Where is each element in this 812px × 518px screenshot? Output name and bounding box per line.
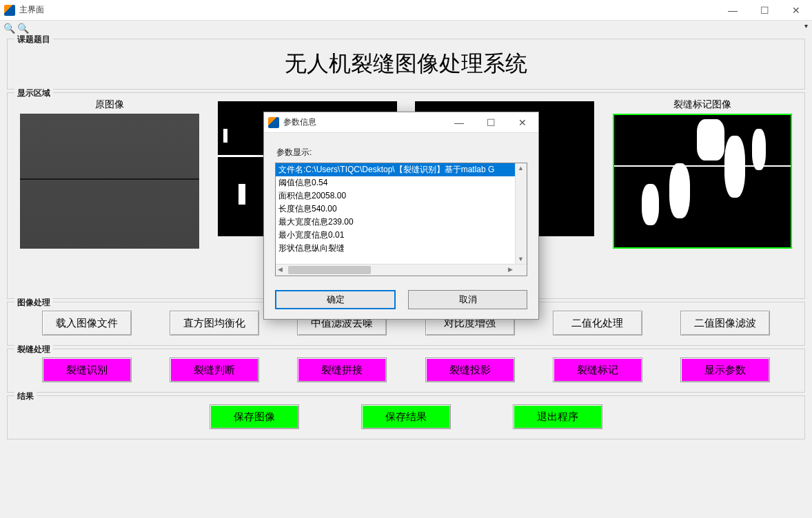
- btn-save-result[interactable]: 保存结果: [361, 404, 451, 429]
- group-crack-proc: 裂缝处理 裂缝识别 裂缝判断 裂缝拼接 裂缝投影 裂缝标记 显示参数: [7, 349, 805, 393]
- list-item[interactable]: 长度信息540.00: [276, 203, 515, 216]
- dialog-titlebar[interactable]: 参数信息 — ☐ ✕: [264, 112, 538, 133]
- label-original: 原图像: [14, 99, 205, 111]
- list-item[interactable]: 面积信息20058.00: [276, 189, 515, 203]
- scrollbar-vertical[interactable]: [515, 163, 527, 264]
- matlab-icon: [268, 117, 279, 128]
- ok-button[interactable]: 确定: [275, 290, 396, 309]
- crack-line: [20, 178, 199, 180]
- display-col-marked: 裂缝标记图像: [607, 99, 798, 249]
- scrollbar-horizontal[interactable]: [276, 264, 527, 276]
- dialog-maximize-button[interactable]: ☐: [475, 112, 507, 133]
- app-title: 无人机裂缝图像处理系统: [14, 45, 798, 82]
- btn-bin-filter[interactable]: 二值图像滤波: [680, 311, 770, 335]
- list-item[interactable]: 阈值信息0.54: [276, 176, 515, 189]
- group-img-proc-title: 图像处理: [14, 297, 53, 309]
- btn-exit[interactable]: 退出程序: [513, 404, 602, 429]
- listbox-rows: 文件名:C:\Users\TIQC\Desktop\【裂缝识别】基于matlab…: [276, 163, 515, 264]
- scrollbar-thumb[interactable]: [288, 266, 371, 274]
- close-button[interactable]: ✕: [780, 0, 812, 21]
- dialog-label: 参数显示:: [276, 147, 527, 158]
- window-title: 主界面: [19, 4, 44, 16]
- zoom-in-icon[interactable]: 🔍: [3, 22, 15, 34]
- dialog-params: 参数信息 — ☐ ✕ 参数显示: 文件名:C:\Users\TIQC\Deskt…: [263, 112, 539, 320]
- dialog-close-button[interactable]: ✕: [507, 112, 538, 133]
- zoom-out-icon[interactable]: 🔍: [17, 22, 29, 34]
- crack-blob: [697, 119, 724, 160]
- list-item[interactable]: 最大宽度信息239.00: [276, 216, 515, 229]
- list-item[interactable]: 文件名:C:\Users\TIQC\Desktop\【裂缝识别】基于matlab…: [276, 163, 515, 176]
- group-topic-title: 课题题目: [14, 34, 53, 45]
- list-item[interactable]: 形状信息纵向裂缝: [276, 242, 515, 255]
- list-item[interactable]: 最小宽度信息0.01: [276, 229, 515, 242]
- crack-blob: [238, 184, 245, 205]
- dialog-title: 参数信息: [283, 116, 316, 128]
- result-row: 保存图像 保存结果 退出程序: [14, 402, 798, 432]
- cancel-button[interactable]: 取消: [408, 290, 527, 309]
- group-display-title: 显示区域: [14, 87, 53, 99]
- group-result: 结果 保存图像 保存结果 退出程序: [7, 395, 805, 439]
- crack-blob: [752, 129, 766, 170]
- btn-binarize[interactable]: 二值化处理: [553, 311, 642, 335]
- crack-blob: [642, 184, 659, 225]
- display-col-original: 原图像: [14, 99, 205, 249]
- crack-blob: [724, 136, 745, 198]
- maximize-button[interactable]: ☐: [749, 0, 780, 21]
- matlab-icon: [4, 5, 15, 16]
- label-marked: 裂缝标记图像: [607, 99, 798, 111]
- dialog-body: 参数显示: 文件名:C:\Users\TIQC\Desktop\【裂缝识别】基于…: [264, 133, 538, 319]
- btn-save-image[interactable]: 保存图像: [210, 404, 299, 429]
- btn-show-params[interactable]: 显示参数: [680, 358, 770, 382]
- btn-crack-judge[interactable]: 裂缝判断: [170, 358, 259, 382]
- toolbar-overflow-icon[interactable]: ▾: [804, 22, 808, 30]
- crack-proc-row: 裂缝识别 裂缝判断 裂缝拼接 裂缝投影 裂缝标记 显示参数: [14, 355, 798, 385]
- titlebar: 主界面 — ☐ ✕: [0, 0, 812, 21]
- group-topic: 课题题目 无人机裂缝图像处理系统: [7, 39, 805, 90]
- btn-load-image[interactable]: 载入图像文件: [42, 311, 132, 335]
- btn-crack-stitch[interactable]: 裂缝拼接: [297, 358, 387, 382]
- btn-crack-project[interactable]: 裂缝投影: [425, 358, 515, 382]
- minimize-button[interactable]: —: [717, 0, 749, 21]
- btn-hist-eq[interactable]: 直方图均衡化: [170, 311, 259, 335]
- image-original: [20, 114, 199, 249]
- group-result-title: 结果: [14, 391, 37, 402]
- group-crack-proc-title: 裂缝处理: [14, 344, 53, 355]
- figure-toolbar: 🔍 🔍 ▾: [0, 21, 812, 36]
- crack-blob: [223, 129, 227, 143]
- image-marked: [613, 114, 792, 249]
- dialog-minimize-button[interactable]: —: [443, 112, 475, 133]
- btn-crack-recognize[interactable]: 裂缝识别: [42, 358, 132, 382]
- btn-crack-mark[interactable]: 裂缝标记: [553, 358, 642, 382]
- param-listbox[interactable]: 文件名:C:\Users\TIQC\Desktop\【裂缝识别】基于matlab…: [275, 163, 527, 276]
- crack-blob: [669, 163, 690, 218]
- dialog-buttons: 确定 取消: [275, 290, 527, 309]
